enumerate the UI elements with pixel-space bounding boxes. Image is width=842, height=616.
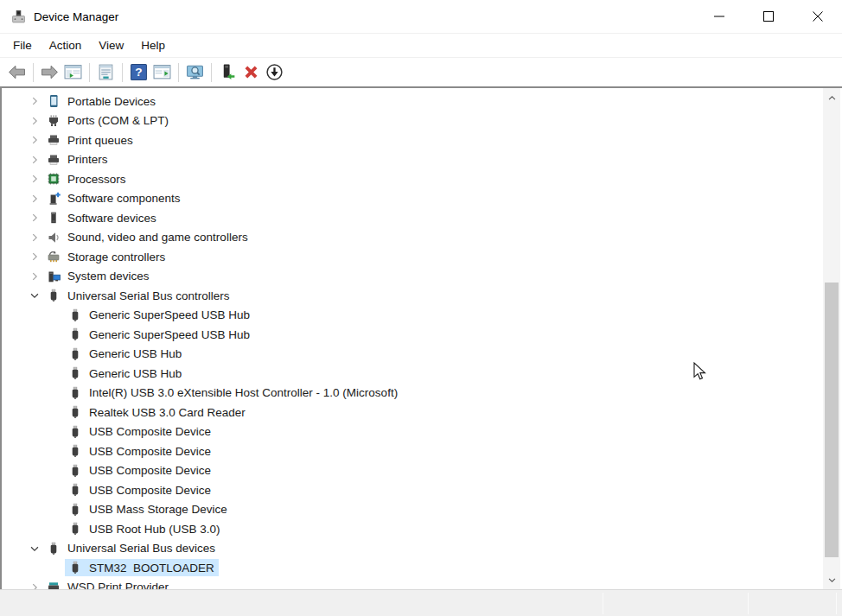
tree-item-software-components[interactable]: Software components — [2, 189, 821, 209]
scrollbar-thumb[interactable] — [825, 283, 839, 557]
device-entry[interactable]: STM32 BOOTLOADER — [65, 559, 219, 576]
tree-item-usb-composite-device[interactable]: USB Composite Device — [2, 422, 821, 442]
tree-item-ports-com-lpt[interactable]: Ports (COM & LPT) — [2, 111, 821, 131]
vertical-scrollbar[interactable] — [823, 88, 840, 589]
device-entry[interactable]: Generic USB Hub — [65, 365, 186, 382]
disable-device-button[interactable] — [263, 60, 286, 85]
device-entry[interactable]: Sound, video and game controllers — [43, 229, 252, 246]
device-entry[interactable]: Software components — [43, 190, 185, 207]
chevron-spacer — [48, 444, 65, 458]
close-button[interactable] — [793, 0, 842, 33]
tree-item-storage-controllers[interactable]: Storage controllers — [2, 247, 821, 267]
device-entry[interactable]: Generic USB Hub — [65, 346, 186, 363]
device-entry[interactable]: USB Mass Storage Device — [65, 501, 232, 518]
expand-chevron-icon[interactable] — [26, 192, 43, 206]
menu-view[interactable]: View — [90, 34, 132, 57]
help-button[interactable] — [127, 60, 150, 85]
tree-item-usb-composite-device[interactable]: USB Composite Device — [2, 480, 821, 500]
device-entry[interactable]: Printers — [43, 151, 112, 168]
scroll-down-button[interactable] — [823, 572, 840, 587]
tree-item-usb-composite-device[interactable]: USB Composite Device — [2, 461, 821, 481]
tree-item-print-queues[interactable]: Print queues — [2, 130, 821, 150]
expand-chevron-icon[interactable] — [26, 114, 43, 128]
tree-item-system-devices[interactable]: System devices — [2, 267, 821, 287]
device-entry[interactable]: Processors — [43, 170, 131, 187]
tree-item-generic-superspeed-usb-hub[interactable]: Generic SuperSpeed USB Hub — [2, 325, 821, 345]
tree-item-realtek-usb-3-0-card-reader[interactable]: Realtek USB 3.0 Card Reader — [2, 403, 821, 422]
expand-chevron-icon[interactable] — [26, 133, 43, 147]
chevron-spacer — [48, 386, 65, 400]
device-label: USB Mass Storage Device — [89, 503, 227, 516]
tree-item-portable-devices[interactable]: Portable Devices — [2, 92, 821, 111]
usb-icon — [68, 386, 82, 400]
device-entry[interactable]: USB Composite Device — [65, 481, 215, 499]
tree-item-stm32-bootloader[interactable]: STM32 BOOTLOADER — [2, 558, 821, 578]
tree-item-usb-mass-storage-device[interactable]: USB Mass Storage Device — [2, 500, 821, 520]
tree-item-wsd-print-provider[interactable]: WSD Print Provider — [2, 578, 821, 590]
expand-chevron-icon[interactable] — [26, 581, 43, 589]
device-entry[interactable]: Realtek USB 3.0 Card Reader — [65, 403, 250, 421]
device-entry[interactable]: Universal Serial Bus controllers — [43, 287, 234, 304]
menu-file[interactable]: File — [4, 34, 41, 57]
device-entry[interactable]: System devices — [43, 268, 154, 285]
toolbar-separator — [211, 63, 212, 82]
properties-button[interactable] — [94, 60, 118, 85]
device-entry[interactable]: USB Composite Device — [65, 442, 215, 460]
tree-item-sound-video-and-game-controllers[interactable]: Sound, video and game controllers — [2, 228, 821, 248]
tree-item-usb-root-hub-usb-3-0[interactable]: USB Root Hub (USB 3.0) — [2, 519, 821, 539]
tree-item-generic-usb-hub[interactable]: Generic USB Hub — [2, 345, 821, 365]
processor-icon — [47, 172, 61, 186]
menu-help[interactable]: Help — [132, 34, 174, 57]
show-console-tree-button[interactable] — [61, 60, 85, 85]
tree-item-processors[interactable]: Processors — [2, 169, 821, 189]
uninstall-device-button[interactable] — [239, 60, 263, 85]
device-entry[interactable]: Portable Devices — [43, 92, 160, 110]
device-entry[interactable]: Print queues — [43, 131, 137, 149]
tree-item-printers[interactable]: Printers — [2, 150, 821, 170]
collapse-chevron-icon[interactable] — [26, 289, 43, 302]
expand-chevron-icon[interactable] — [26, 211, 43, 225]
usb-icon — [68, 327, 82, 341]
device-entry[interactable]: Software devices — [43, 209, 161, 226]
device-entry[interactable]: USB Composite Device — [65, 423, 215, 441]
expand-chevron-icon[interactable] — [26, 231, 43, 244]
tree-item-universal-serial-bus-controllers[interactable]: Universal Serial Bus controllers — [2, 286, 821, 306]
device-entry[interactable]: WSD Print Provider — [43, 579, 173, 589]
device-entry[interactable]: Generic SuperSpeed USB Hub — [65, 307, 254, 324]
device-entry[interactable]: Ports (COM & LPT) — [43, 112, 173, 130]
forward-icon — [41, 63, 59, 81]
usb-icon — [68, 425, 82, 439]
maximize-button[interactable] — [743, 0, 793, 33]
device-entry[interactable]: USB Composite Device — [65, 462, 215, 479]
device-entry[interactable]: Storage controllers — [43, 248, 169, 265]
show-action-pane-button[interactable] — [150, 60, 174, 85]
forward-button[interactable] — [38, 60, 61, 85]
expand-chevron-icon[interactable] — [26, 270, 43, 283]
device-label: Universal Serial Bus devices — [67, 542, 215, 555]
toolbar — [0, 57, 842, 86]
collapse-chevron-icon[interactable] — [26, 542, 43, 556]
tree-item-generic-usb-hub[interactable]: Generic USB Hub — [2, 364, 821, 384]
device-label: Intel(R) USB 3.0 eXtensible Host Control… — [89, 386, 398, 399]
tree-item-software-devices[interactable]: Software devices — [2, 208, 821, 228]
minimize-button[interactable] — [694, 0, 743, 33]
tree-item-generic-superspeed-usb-hub[interactable]: Generic SuperSpeed USB Hub — [2, 306, 821, 326]
tree-item-universal-serial-bus-devices[interactable]: Universal Serial Bus devices — [2, 539, 821, 559]
device-entry[interactable]: Intel(R) USB 3.0 eXtensible Host Control… — [65, 384, 402, 402]
device-entry[interactable]: Generic SuperSpeed USB Hub — [65, 326, 254, 343]
title-bar: Device Manager — [0, 0, 842, 33]
device-entry[interactable]: USB Root Hub (USB 3.0) — [65, 520, 225, 537]
update-driver-button[interactable] — [216, 60, 239, 85]
speaker-icon — [47, 231, 61, 244]
expand-chevron-icon[interactable] — [26, 250, 43, 264]
tree-item-usb-composite-device[interactable]: USB Composite Device — [2, 441, 821, 461]
scan-for-hardware-changes-button[interactable] — [183, 60, 207, 85]
back-button[interactable] — [5, 60, 29, 85]
menu-action[interactable]: Action — [41, 34, 91, 57]
expand-chevron-icon[interactable] — [26, 94, 43, 108]
device-entry[interactable]: Universal Serial Bus devices — [43, 540, 220, 557]
tree-item-intel-r-usb-3-0-extensible-host-controller-1-0-microsoft[interactable]: Intel(R) USB 3.0 eXtensible Host Control… — [2, 384, 821, 403]
expand-chevron-icon[interactable] — [26, 153, 43, 167]
scroll-up-button[interactable] — [823, 90, 840, 105]
expand-chevron-icon[interactable] — [26, 172, 43, 186]
